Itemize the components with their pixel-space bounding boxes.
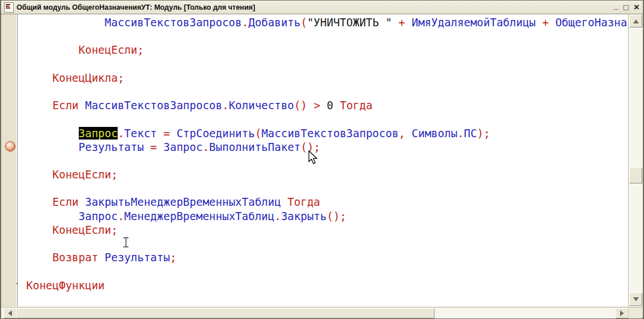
code-token: Тогда <box>288 196 320 208</box>
code-token <box>26 141 79 153</box>
code-token: Символы <box>412 127 457 139</box>
scroll-down-button[interactable] <box>629 293 642 306</box>
code-token: ОбщегоНазначения <box>556 16 628 29</box>
vertical-scrollbar[interactable] <box>628 14 642 306</box>
code-token <box>157 127 163 139</box>
horizontal-scrollbar[interactable] <box>1 307 628 318</box>
code-token: ВыполнитьПакет <box>209 141 300 153</box>
maximize-button[interactable]: □ <box>623 1 629 14</box>
scroll-left-button[interactable] <box>3 308 17 318</box>
breakpoint-marker-icon[interactable] <box>5 141 15 151</box>
code-token: Если <box>53 196 79 208</box>
code-line <box>26 181 628 195</box>
editor-gutter[interactable] <box>1 14 18 306</box>
arrow-up-icon <box>633 19 639 23</box>
code-line <box>26 154 628 168</box>
code-token <box>26 99 53 111</box>
code-token: МассивТекстовЗапросов <box>104 16 242 29</box>
code-line: Возврат Результаты; <box>26 250 628 264</box>
code-token <box>98 251 104 264</box>
code-area[interactable]: МассивТекстовЗапросов.Добавить("УНИЧТОЖИ… <box>18 15 628 292</box>
code-token: КонецЕсли <box>53 224 111 236</box>
code-token: Результаты <box>79 141 144 153</box>
code-token <box>307 99 313 111</box>
code-line: Если МассивТекстовЗапросов.Количество() … <box>26 98 628 112</box>
code-token: ПС <box>464 127 477 139</box>
code-token <box>26 71 53 84</box>
code-line: Если ЗакрытьМенеджерВременныхТаблиц Тогд… <box>26 195 628 209</box>
module-icon <box>4 2 14 13</box>
window-controls: _ □ × <box>614 1 639 14</box>
highlighted-word: Запрос <box>79 127 118 139</box>
code-token <box>157 141 163 153</box>
code-token <box>333 99 340 111</box>
code-token: ИмяУдаляемойТаблицы <box>412 16 536 29</box>
code-token <box>320 99 327 111</box>
minimize-button[interactable]: _ <box>614 0 618 13</box>
code-token: Добавить <box>248 16 301 29</box>
arrow-right-icon <box>620 310 624 316</box>
code-token: КонецФункции <box>26 279 104 292</box>
vertical-scroll-thumb[interactable] <box>629 168 642 184</box>
code-token: . <box>275 210 281 222</box>
code-token: ; <box>118 71 124 84</box>
code-token <box>26 127 79 139</box>
code-token <box>144 141 150 153</box>
code-token: . <box>118 127 124 139</box>
code-line <box>26 237 628 250</box>
code-token <box>281 196 287 208</box>
code-token: 0 <box>327 99 333 111</box>
code-line: Результаты = Запрос.ВыполнитьПакет(); <box>26 140 628 154</box>
code-token: ЗакрытьМенеджерВременныхТаблиц <box>85 196 281 208</box>
code-token <box>26 251 53 264</box>
code-token: + <box>536 16 555 29</box>
code-token: Возврат <box>53 251 98 264</box>
code-token: Результаты <box>104 251 170 264</box>
code-token: ; <box>137 43 143 56</box>
arrow-left-icon <box>8 310 12 316</box>
code-line: КонецЕсли; <box>26 43 628 57</box>
code-token <box>405 127 412 139</box>
code-line <box>26 264 628 278</box>
code-token: СтрСоединить <box>176 127 255 139</box>
code-line: Запрос.Текст = СтрСоединить(МассивТексто… <box>26 126 628 140</box>
code-token: ); <box>477 127 490 139</box>
code-line: КонецЕсли; <box>26 223 628 237</box>
scrollbar-corner <box>628 307 642 318</box>
code-token: . <box>242 16 248 29</box>
code-line: КонецЕсли; <box>26 168 628 181</box>
code-token: "УНИЧТОЖИТЬ " <box>307 16 392 29</box>
code-token: () <box>294 99 307 111</box>
code-token <box>26 196 53 208</box>
code-token: ; <box>111 168 118 181</box>
close-button[interactable]: × <box>634 1 639 14</box>
horizontal-scroll-thumb[interactable] <box>16 308 434 318</box>
code-token: МассивТекстовЗапросов <box>85 99 222 111</box>
code-token: (); <box>327 210 346 222</box>
code-token <box>26 224 53 236</box>
code-token: КонецЦикла <box>53 71 118 84</box>
code-token: Текст <box>124 127 157 139</box>
code-token: , <box>399 127 405 139</box>
code-token <box>79 99 85 111</box>
code-token: ( <box>300 16 307 29</box>
code-token: Закрыть <box>281 210 327 222</box>
code-line: МассивТекстовЗапросов.Добавить("УНИЧТОЖИ… <box>26 15 628 29</box>
code-line <box>26 112 628 126</box>
code-token: МассивТекстовЗапросов <box>261 127 399 139</box>
scroll-up-button[interactable] <box>629 15 642 27</box>
title-bar[interactable]: Общий модуль ОбщегоНазначенияУТ: Модуль … <box>1 1 643 14</box>
window-title: Общий модуль ОбщегоНазначенияУТ: Модуль … <box>17 3 255 11</box>
text-ibeam-cursor <box>122 237 130 250</box>
code-token <box>26 168 53 181</box>
code-line: КонецЦикла; <box>26 71 628 85</box>
arrow-down-icon <box>633 297 639 301</box>
scroll-right-button[interactable] <box>615 308 629 318</box>
code-line <box>26 29 628 43</box>
code-token: Запрос <box>79 210 118 222</box>
mouse-arrow-cursor <box>308 150 319 169</box>
code-token: > <box>313 99 320 111</box>
code-token: ( <box>255 127 261 139</box>
code-token: ; <box>111 224 118 236</box>
code-editor[interactable]: МассивТекстовЗапросов.Добавить("УНИЧТОЖИ… <box>18 14 628 306</box>
